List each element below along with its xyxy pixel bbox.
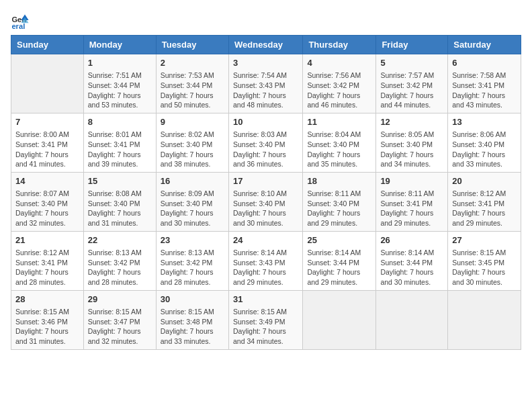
day-number: 19 xyxy=(380,175,443,187)
day-number: 15 xyxy=(88,175,152,187)
calendar-cell: 16Sunrise: 8:09 AMSunset: 3:40 PMDayligh… xyxy=(156,172,228,231)
day-content: Sunrise: 8:14 AMSunset: 3:43 PMDaylight:… xyxy=(233,248,298,287)
day-number: 3 xyxy=(233,57,298,69)
calendar-cell: 25Sunrise: 8:14 AMSunset: 3:44 PMDayligh… xyxy=(303,231,376,290)
calendar-cell: 21Sunrise: 8:12 AMSunset: 3:41 PMDayligh… xyxy=(11,231,84,290)
calendar-cell xyxy=(376,290,448,349)
week-row-3: 21Sunrise: 8:12 AMSunset: 3:41 PMDayligh… xyxy=(11,231,521,290)
day-number: 29 xyxy=(88,293,152,306)
svg-text:eral: eral xyxy=(11,22,25,30)
day-content: Sunrise: 7:58 AMSunset: 3:41 PMDaylight:… xyxy=(452,71,517,110)
day-number: 18 xyxy=(307,175,371,187)
day-content: Sunrise: 8:08 AMSunset: 3:40 PMDaylight:… xyxy=(88,189,152,228)
calendar-cell: 5Sunrise: 7:57 AMSunset: 3:42 PMDaylight… xyxy=(376,54,448,113)
day-content: Sunrise: 8:15 AMSunset: 3:45 PMDaylight:… xyxy=(452,248,517,287)
calendar-cell: 12Sunrise: 8:05 AMSunset: 3:40 PMDayligh… xyxy=(376,113,448,172)
day-number: 17 xyxy=(233,175,298,187)
calendar-cell: 3Sunrise: 7:54 AMSunset: 3:43 PMDaylight… xyxy=(228,54,302,113)
calendar-cell: 17Sunrise: 8:10 AMSunset: 3:40 PMDayligh… xyxy=(228,172,302,231)
header-row: Sunday Monday Tuesday Wednesday Thursday… xyxy=(11,36,521,54)
col-monday: Monday xyxy=(83,36,156,54)
col-tuesday: Tuesday xyxy=(156,36,228,54)
day-number: 10 xyxy=(233,116,298,128)
day-number: 5 xyxy=(380,57,443,69)
day-number: 16 xyxy=(161,175,224,187)
day-number: 14 xyxy=(15,175,79,187)
day-content: Sunrise: 8:06 AMSunset: 3:40 PMDaylight:… xyxy=(452,130,517,169)
calendar-cell: 24Sunrise: 8:14 AMSunset: 3:43 PMDayligh… xyxy=(228,231,302,290)
day-content: Sunrise: 8:10 AMSunset: 3:40 PMDaylight:… xyxy=(233,189,298,228)
calendar-cell: 14Sunrise: 8:07 AMSunset: 3:40 PMDayligh… xyxy=(11,172,84,231)
day-content: Sunrise: 8:15 AMSunset: 3:49 PMDaylight:… xyxy=(233,307,298,347)
calendar-cell: 2Sunrise: 7:53 AMSunset: 3:44 PMDaylight… xyxy=(156,54,228,113)
calendar-cell xyxy=(303,290,376,349)
calendar-cell: 30Sunrise: 8:15 AMSunset: 3:48 PMDayligh… xyxy=(156,290,228,349)
day-number: 1 xyxy=(88,57,152,69)
week-row-2: 14Sunrise: 8:07 AMSunset: 3:40 PMDayligh… xyxy=(11,172,521,231)
col-wednesday: Wednesday xyxy=(228,36,302,54)
calendar-cell: 23Sunrise: 8:13 AMSunset: 3:42 PMDayligh… xyxy=(156,231,228,290)
calendar-cell: 15Sunrise: 8:08 AMSunset: 3:40 PMDayligh… xyxy=(83,172,156,231)
day-content: Sunrise: 8:09 AMSunset: 3:40 PMDaylight:… xyxy=(161,189,224,228)
calendar-cell: 31Sunrise: 8:15 AMSunset: 3:49 PMDayligh… xyxy=(228,290,302,349)
col-thursday: Thursday xyxy=(303,36,376,54)
week-row-4: 28Sunrise: 8:15 AMSunset: 3:46 PMDayligh… xyxy=(11,290,521,349)
day-content: Sunrise: 8:02 AMSunset: 3:40 PMDaylight:… xyxy=(161,130,224,169)
day-content: Sunrise: 8:12 AMSunset: 3:41 PMDaylight:… xyxy=(15,248,79,287)
calendar-cell: 1Sunrise: 7:51 AMSunset: 3:44 PMDaylight… xyxy=(83,54,156,113)
day-content: Sunrise: 8:13 AMSunset: 3:42 PMDaylight:… xyxy=(88,248,152,287)
day-content: Sunrise: 8:07 AMSunset: 3:40 PMDaylight:… xyxy=(15,189,79,228)
day-content: Sunrise: 8:15 AMSunset: 3:47 PMDaylight:… xyxy=(88,307,152,347)
calendar-cell: 10Sunrise: 8:03 AMSunset: 3:40 PMDayligh… xyxy=(228,113,302,172)
day-number: 13 xyxy=(452,116,517,128)
calendar-cell: 8Sunrise: 8:01 AMSunset: 3:41 PMDaylight… xyxy=(83,113,156,172)
calendar-cell: 19Sunrise: 8:11 AMSunset: 3:41 PMDayligh… xyxy=(376,172,448,231)
day-number: 11 xyxy=(307,116,371,128)
day-content: Sunrise: 8:13 AMSunset: 3:42 PMDaylight:… xyxy=(161,248,224,287)
calendar-cell: 27Sunrise: 8:15 AMSunset: 3:45 PMDayligh… xyxy=(448,231,521,290)
day-number: 8 xyxy=(88,116,152,128)
day-number: 23 xyxy=(161,234,224,246)
calendar-cell: 18Sunrise: 8:11 AMSunset: 3:40 PMDayligh… xyxy=(303,172,376,231)
day-content: Sunrise: 8:04 AMSunset: 3:40 PMDaylight:… xyxy=(307,130,371,169)
day-number: 7 xyxy=(15,116,79,128)
day-number: 30 xyxy=(161,293,224,306)
day-number: 22 xyxy=(88,234,152,246)
calendar-body: 1Sunrise: 7:51 AMSunset: 3:44 PMDaylight… xyxy=(11,54,521,350)
day-number: 25 xyxy=(307,234,371,246)
day-content: Sunrise: 7:53 AMSunset: 3:44 PMDaylight:… xyxy=(161,71,224,110)
calendar-cell: 4Sunrise: 7:56 AMSunset: 3:42 PMDaylight… xyxy=(303,54,376,113)
col-sunday: Sunday xyxy=(11,36,84,54)
col-friday: Friday xyxy=(376,36,448,54)
day-number: 9 xyxy=(161,116,224,128)
day-content: Sunrise: 8:14 AMSunset: 3:44 PMDaylight:… xyxy=(307,248,371,287)
calendar-cell: 29Sunrise: 8:15 AMSunset: 3:47 PMDayligh… xyxy=(83,290,156,349)
day-content: Sunrise: 8:11 AMSunset: 3:41 PMDaylight:… xyxy=(380,189,443,228)
logo: Gen eral xyxy=(11,11,31,30)
calendar-cell xyxy=(448,290,521,349)
day-number: 6 xyxy=(452,57,517,69)
day-number: 24 xyxy=(233,234,298,246)
week-row-1: 7Sunrise: 8:00 AMSunset: 3:41 PMDaylight… xyxy=(11,113,521,172)
day-number: 21 xyxy=(15,234,79,246)
day-content: Sunrise: 8:01 AMSunset: 3:41 PMDaylight:… xyxy=(88,130,152,169)
calendar-cell: 6Sunrise: 7:58 AMSunset: 3:41 PMDaylight… xyxy=(448,54,521,113)
logo-icon: Gen eral xyxy=(11,11,30,30)
calendar-cell: 13Sunrise: 8:06 AMSunset: 3:40 PMDayligh… xyxy=(448,113,521,172)
day-content: Sunrise: 7:57 AMSunset: 3:42 PMDaylight:… xyxy=(380,71,443,110)
day-content: Sunrise: 7:54 AMSunset: 3:43 PMDaylight:… xyxy=(233,71,298,110)
week-row-0: 1Sunrise: 7:51 AMSunset: 3:44 PMDaylight… xyxy=(11,54,521,113)
day-number: 27 xyxy=(452,234,517,246)
calendar-cell: 22Sunrise: 8:13 AMSunset: 3:42 PMDayligh… xyxy=(83,231,156,290)
day-content: Sunrise: 8:03 AMSunset: 3:40 PMDaylight:… xyxy=(233,130,298,169)
calendar-cell: 9Sunrise: 8:02 AMSunset: 3:40 PMDaylight… xyxy=(156,113,228,172)
day-content: Sunrise: 8:11 AMSunset: 3:40 PMDaylight:… xyxy=(307,189,371,228)
day-content: Sunrise: 8:15 AMSunset: 3:48 PMDaylight:… xyxy=(161,307,224,347)
day-number: 26 xyxy=(380,234,443,246)
header: Gen eral xyxy=(11,11,521,30)
day-content: Sunrise: 8:05 AMSunset: 3:40 PMDaylight:… xyxy=(380,130,443,169)
day-content: Sunrise: 7:56 AMSunset: 3:42 PMDaylight:… xyxy=(307,71,371,110)
day-number: 4 xyxy=(307,57,371,69)
day-content: Sunrise: 8:12 AMSunset: 3:41 PMDaylight:… xyxy=(452,189,517,228)
day-number: 28 xyxy=(15,293,79,306)
